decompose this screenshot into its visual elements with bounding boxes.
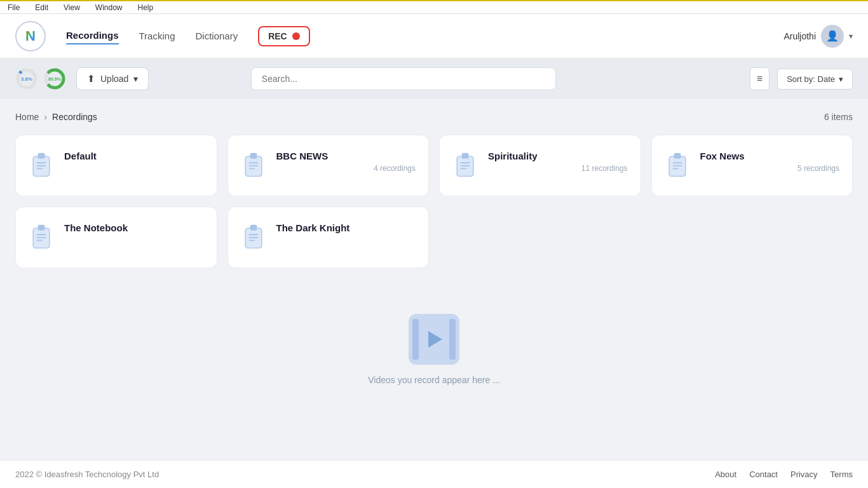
- upload-dropdown-icon: ▾: [133, 74, 138, 84]
- play-icon: [428, 331, 442, 348]
- user-name: Aruljothi: [783, 31, 816, 41]
- nav-recordings[interactable]: Recordings: [66, 27, 119, 44]
- upload-arrow-icon: ⬆: [87, 73, 95, 85]
- logo-letter: N: [25, 28, 36, 44]
- card-title-bbc-news: BBC NEWS: [276, 151, 416, 161]
- card-subtitle-spirituality: 11 recordings: [488, 164, 628, 173]
- card-fox-news[interactable]: Fox News 5 recordings: [651, 135, 853, 196]
- rec-label: REC: [268, 31, 287, 41]
- card-icon-fox-news: [665, 151, 690, 180]
- svg-rect-36: [250, 225, 257, 231]
- svg-rect-26: [672, 165, 682, 166]
- toolbar-right: ≡ Sort by: Date ▾: [750, 67, 853, 90]
- svg-rect-30: [38, 225, 45, 231]
- item-count: 6 items: [824, 112, 853, 122]
- rec-dot-icon: [292, 32, 300, 40]
- card-title-the-notebook: The Notebook: [64, 222, 204, 233]
- card-subtitle-fox-news: 5 recordings: [700, 164, 840, 173]
- upload-button[interactable]: ⬆ Upload ▾: [76, 67, 149, 90]
- svg-rect-19: [461, 162, 470, 163]
- menu-bar: File Edit View Window Help: [0, 0, 868, 14]
- chevron-down-icon[interactable]: ▾: [849, 32, 853, 41]
- svg-rect-33: [37, 240, 43, 241]
- svg-rect-9: [37, 168, 43, 170]
- avatar: 👤: [821, 25, 844, 48]
- nav-dictionary[interactable]: Dictionary: [195, 28, 238, 44]
- card-info-the-dark-knight: The Dark Knight: [276, 222, 416, 236]
- svg-rect-31: [37, 234, 46, 235]
- svg-rect-38: [248, 237, 258, 238]
- card-icon-bbc-news: [241, 151, 266, 180]
- menu-help[interactable]: Help: [135, 2, 156, 13]
- card-icon-spirituality: [452, 151, 478, 180]
- film-icon: [409, 314, 459, 365]
- search-input[interactable]: [251, 67, 556, 90]
- storage-donut-2: 80.9%: [43, 67, 66, 90]
- breadcrumb: Home › Recordings 6 items: [15, 112, 853, 122]
- storage-donut-1: 3.8%: [15, 67, 38, 90]
- header: N Recordings Tracking Dictionary REC Aru…: [0, 14, 868, 58]
- card-the-notebook[interactable]: The Notebook: [15, 207, 217, 268]
- svg-rect-37: [248, 234, 258, 235]
- card-icon-the-dark-knight: [241, 222, 266, 252]
- card-info-default: Default: [64, 151, 204, 164]
- search-bar: [251, 67, 556, 90]
- svg-rect-6: [38, 153, 45, 159]
- card-title-default: Default: [64, 151, 204, 161]
- storage-indicators: 3.8% 80.9%: [15, 67, 66, 90]
- svg-rect-15: [248, 168, 254, 170]
- svg-rect-32: [37, 237, 46, 238]
- svg-rect-24: [674, 153, 681, 159]
- breadcrumb-current: Recordings: [52, 112, 97, 122]
- nav-links: Recordings Tracking Dictionary: [66, 27, 238, 44]
- storage-2-label: 80.9%: [48, 77, 61, 81]
- card-subtitle-bbc-news: 4 recordings: [276, 164, 416, 173]
- card-info-fox-news: Fox News 5 recordings: [700, 151, 840, 173]
- card-spirituality[interactable]: Spirituality 11 recordings: [439, 135, 641, 196]
- empty-state: Videos you record appear here ...: [15, 288, 853, 410]
- rec-button[interactable]: REC: [258, 26, 310, 46]
- svg-rect-14: [248, 165, 258, 166]
- toolbar: 3.8% 80.9% ⬆ Upload ▾ ≡ Sort by: Date ▾: [0, 58, 868, 99]
- svg-rect-27: [672, 168, 678, 170]
- storage-1-label: 3.8%: [21, 76, 32, 82]
- sort-label: Sort by: Date: [787, 74, 835, 84]
- svg-rect-39: [248, 240, 254, 241]
- app-logo: N: [15, 21, 46, 51]
- card-info-the-notebook: The Notebook: [64, 222, 204, 236]
- card-title-the-dark-knight: The Dark Knight: [276, 222, 416, 233]
- main-content: Home › Recordings 6 items Default BBC NE…: [0, 99, 868, 423]
- menu-window[interactable]: Window: [93, 2, 125, 13]
- nav-tracking[interactable]: Tracking: [139, 28, 175, 44]
- card-default[interactable]: Default: [15, 135, 217, 196]
- menu-view[interactable]: View: [61, 2, 83, 13]
- breadcrumb-separator: ›: [44, 112, 47, 122]
- svg-rect-13: [248, 162, 258, 163]
- svg-rect-12: [250, 153, 257, 159]
- card-icon-the-notebook: [29, 222, 54, 252]
- card-the-dark-knight[interactable]: The Dark Knight: [227, 207, 430, 268]
- breadcrumb-home[interactable]: Home: [15, 112, 39, 122]
- svg-rect-18: [462, 153, 469, 159]
- svg-rect-21: [461, 168, 466, 170]
- card-bbc-news[interactable]: BBC NEWS 4 recordings: [227, 135, 430, 196]
- cards-grid: Default BBC NEWS 4 recordings Spirituali…: [15, 135, 853, 268]
- menu-edit[interactable]: Edit: [32, 2, 51, 13]
- card-title-spirituality: Spirituality: [488, 151, 628, 161]
- empty-state-text: Videos you record appear here ...: [368, 375, 500, 385]
- card-title-fox-news: Fox News: [700, 151, 840, 161]
- card-info-bbc-news: BBC NEWS 4 recordings: [276, 151, 416, 173]
- sort-chevron-icon: ▾: [839, 74, 843, 84]
- menu-file[interactable]: File: [5, 2, 22, 13]
- svg-rect-25: [672, 162, 682, 163]
- svg-rect-20: [461, 165, 470, 166]
- list-view-button[interactable]: ≡: [750, 67, 770, 90]
- svg-rect-7: [37, 162, 46, 163]
- upload-label: Upload: [100, 74, 128, 84]
- header-right: Aruljothi 👤 ▾: [783, 25, 853, 48]
- sort-button[interactable]: Sort by: Date ▾: [777, 69, 853, 90]
- card-icon-default: [29, 151, 54, 180]
- card-info-spirituality: Spirituality 11 recordings: [488, 151, 628, 173]
- svg-rect-8: [37, 165, 46, 166]
